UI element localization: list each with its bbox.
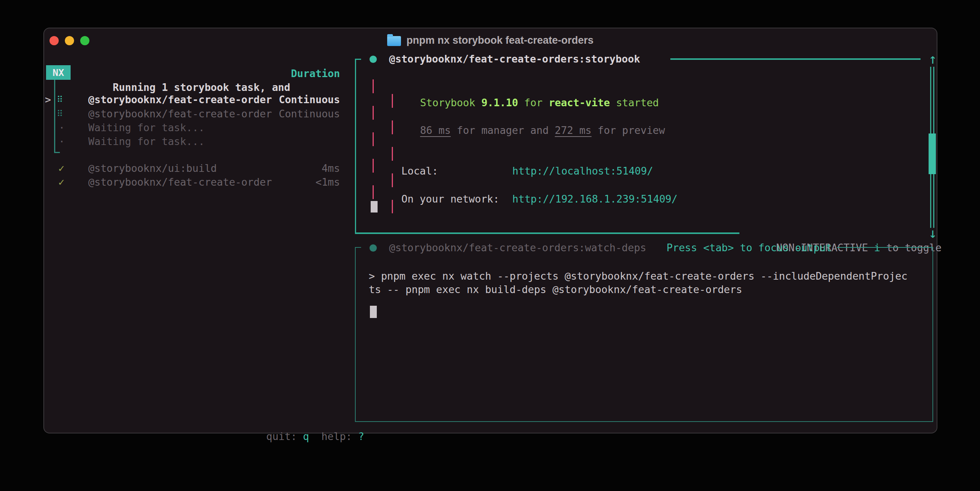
scrollbar-thumb[interactable]	[929, 133, 936, 174]
task-bullet-icon	[370, 56, 377, 63]
task-bullet-icon	[370, 244, 377, 252]
terminal-cursor	[371, 201, 378, 213]
local-url-label: Local:	[401, 164, 438, 178]
non-interactive-status: NON-INTERACTIVE i to toggle	[752, 227, 942, 241]
nx-logo-badge: NX	[46, 65, 71, 80]
watch-deps-panel-border	[355, 247, 361, 248]
task-list-header: Running 1 storybook task, and	[88, 67, 290, 81]
task-duration: 4ms	[322, 161, 340, 175]
task-row[interactable]: @storybooknx/feat-create-order	[88, 107, 272, 121]
storybook-box-border-left	[373, 79, 374, 201]
spinner-icon: ⠿	[57, 107, 63, 121]
minimize-button[interactable]	[65, 36, 74, 45]
storybook-timing-line: 86 ms for manager and 272 ms for preview	[396, 110, 665, 124]
storybook-box-border-right	[392, 94, 393, 213]
task-row[interactable]: @storybooknx/feat-create-order	[88, 175, 272, 189]
storybook-panel-border	[355, 232, 739, 234]
terminal-cursor	[370, 306, 377, 318]
command-output-line: ts -- pnpm exec nx build-deps @storybook…	[369, 283, 742, 297]
task-status: Continuous	[279, 107, 340, 121]
close-button[interactable]	[49, 36, 59, 45]
waiting-dot-icon: ·	[59, 135, 65, 148]
network-url-link[interactable]: http://192.168.1.239:51409/	[512, 192, 678, 206]
task-status: Continuous	[279, 93, 340, 107]
spinner-icon: ⠿	[57, 93, 63, 107]
folder-icon	[387, 36, 401, 46]
task-tree-corner	[54, 152, 60, 153]
watch-deps-panel-border	[837, 247, 933, 248]
task-row[interactable]: @storybooknx/feat-create-order	[88, 93, 272, 107]
task-row[interactable]: Waiting for task...	[88, 135, 205, 148]
check-icon: ✓	[58, 161, 64, 175]
selection-cursor: >	[45, 93, 51, 107]
watch-deps-panel-title: @storybooknx/feat-create-orders:watch-de…	[389, 241, 646, 255]
zoom-button[interactable]	[80, 36, 89, 45]
storybook-panel-border	[355, 59, 356, 234]
quit-key: q	[303, 430, 309, 442]
quit-hint-label: quit:	[266, 430, 297, 442]
scroll-up-icon[interactable]: ↑	[925, 52, 940, 66]
waiting-dot-icon: ·	[59, 121, 65, 135]
local-url-link[interactable]: http://localhost:51409/	[512, 164, 653, 178]
help-key: ?	[358, 430, 364, 442]
task-tree-line	[54, 80, 55, 153]
focus-output-hint: Press <tab> to focus output	[667, 241, 832, 255]
task-row[interactable]: Waiting for task...	[88, 121, 205, 135]
storybook-panel-border	[670, 58, 921, 60]
storybook-panel-title: @storybooknx/feat-create-orders:storyboo…	[389, 52, 640, 66]
keybinding-hints: quit: q help: ?	[242, 416, 364, 430]
storybook-started-line: Storybook 9.1.10 for react-vite started	[396, 82, 659, 96]
help-hint-label: help:	[321, 430, 352, 442]
terminal-window: pnpm nx storybook feat-create-orders NX …	[43, 28, 937, 433]
scroll-down-icon[interactable]: ↓	[925, 226, 940, 240]
traffic-lights	[49, 36, 89, 45]
titlebar: pnpm nx storybook feat-create-orders	[44, 28, 937, 52]
network-url-label: On your network:	[401, 192, 499, 206]
command-output-line: > pnpm exec nx watch --projects @storybo…	[369, 269, 907, 283]
task-row[interactable]: @storybooknx/ui:build	[88, 161, 217, 175]
check-icon: ✓	[58, 175, 64, 189]
duration-column-header: Duration	[291, 67, 340, 81]
window-title: pnpm nx storybook feat-create-orders	[406, 35, 594, 46]
task-duration: <1ms	[315, 175, 340, 189]
